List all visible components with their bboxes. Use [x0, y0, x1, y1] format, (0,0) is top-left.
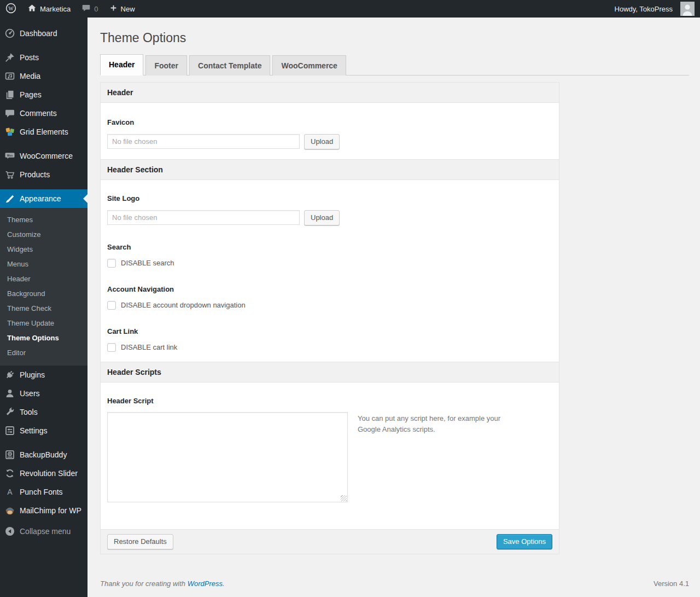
disable-cart-link-checkbox-label: DISABLE cart link	[121, 343, 177, 351]
page-title: Theme Options	[100, 30, 689, 47]
sidebar-item-label: Posts	[20, 53, 39, 62]
disable-account-nav-checkbox[interactable]	[107, 301, 116, 310]
sidebar-item-comments[interactable]: Comments	[0, 104, 88, 123]
home-icon	[27, 3, 37, 14]
section-header-scripts: Header Scripts	[101, 362, 559, 382]
letter-a-icon: A	[0, 486, 20, 497]
sidebar-item-posts[interactable]: Posts	[0, 48, 88, 67]
svg-text:A: A	[7, 488, 13, 496]
sidebar-item-backupbuddy[interactable]: BackupBuddy	[0, 445, 88, 464]
favicon-upload-button[interactable]: Upload	[304, 134, 340, 149]
sidebar-item-users[interactable]: Users	[0, 384, 88, 403]
submenu-item-themes[interactable]: Themes	[0, 212, 88, 227]
theme-options-panel: Header Favicon Upload Header Section Sit…	[100, 82, 559, 554]
admin-menu: Dashboard Posts Media Pages Comments Gri…	[0, 18, 88, 597]
svg-text:W: W	[8, 5, 14, 11]
section-header: Header	[101, 83, 559, 103]
wordpress-link[interactable]: WordPress	[188, 579, 223, 588]
plus-icon	[109, 4, 118, 14]
submenu-item-widgets[interactable]: Widgets	[0, 242, 88, 257]
new-content-menu[interactable]: New	[104, 0, 141, 18]
header-script-textarea[interactable]	[107, 412, 348, 502]
site-logo-upload-button[interactable]: Upload	[304, 210, 340, 225]
site-logo-label: Site Logo	[107, 194, 552, 202]
save-options-button[interactable]: Save Options	[497, 534, 552, 549]
restore-defaults-button[interactable]: Restore Defaults	[107, 534, 173, 549]
revolution-slider-icon	[0, 468, 20, 479]
site-logo-file-input[interactable]	[107, 210, 300, 225]
header-script-help-text: You can put any script here, for example…	[358, 412, 525, 502]
sidebar-item-appearance[interactable]: Appearance	[0, 189, 88, 208]
sidebar-item-dashboard[interactable]: Dashboard	[0, 24, 88, 43]
user-icon	[0, 388, 20, 399]
sidebar-item-media[interactable]: Media	[0, 67, 88, 85]
page-footer: Thank you for creating with WordPress. V…	[100, 579, 689, 588]
sidebar-item-woocommerce[interactable]: Woo WooCommerce	[0, 147, 88, 165]
comments-menu[interactable]: 0	[76, 0, 103, 18]
posts-pin-icon	[0, 52, 20, 63]
sidebar-item-punch-fonts[interactable]: A Punch Fonts	[0, 483, 88, 501]
submenu-item-theme-update[interactable]: Theme Update	[0, 316, 88, 331]
comment-bubble-icon	[81, 3, 91, 14]
collapse-menu-button[interactable]: Collapse menu	[0, 522, 88, 541]
submenu-item-header[interactable]: Header	[0, 271, 88, 286]
sidebar-item-revolution-slider[interactable]: Revolution Slider	[0, 464, 88, 483]
submenu-item-menus[interactable]: Menus	[0, 257, 88, 271]
sidebar-item-label: Plugins	[20, 370, 45, 379]
woocommerce-icon: Woo	[0, 150, 20, 161]
footer-thanks-text: Thank you for creating with WordPress.	[100, 579, 225, 588]
sidebar-item-label: Collapse menu	[20, 527, 71, 536]
section-header-section: Header Section	[101, 159, 559, 180]
tab-footer[interactable]: Footer	[145, 55, 187, 76]
sidebar-item-label: Revolution Slider	[20, 469, 78, 478]
disable-account-nav-checkbox-label: DISABLE account dropdown navigation	[121, 301, 246, 309]
submenu-item-background[interactable]: Background	[0, 286, 88, 301]
plugins-icon	[0, 369, 20, 380]
submenu-item-theme-check[interactable]: Theme Check	[0, 301, 88, 316]
sidebar-item-label: Appearance	[20, 194, 61, 203]
disable-cart-link-checkbox[interactable]	[107, 343, 116, 352]
site-name-label: Marketica	[40, 5, 71, 13]
tab-header[interactable]: Header	[100, 54, 143, 76]
sidebar-item-products[interactable]: Products	[0, 165, 88, 184]
sidebar-item-label: Media	[20, 72, 40, 80]
sidebar-item-label: Settings	[20, 426, 48, 435]
disable-search-checkbox-label: DISABLE search	[121, 259, 174, 267]
tab-woocommerce[interactable]: WooCommerce	[272, 55, 346, 76]
sidebar-item-label: MailChimp for WP	[20, 506, 81, 515]
favicon-label: Favicon	[107, 118, 552, 126]
sidebar-item-pages[interactable]: Pages	[0, 85, 88, 104]
wrench-icon	[0, 407, 20, 418]
disable-search-checkbox[interactable]	[107, 259, 116, 268]
tab-contact-template[interactable]: Contact Template	[189, 55, 270, 76]
dashboard-icon	[0, 28, 20, 39]
sidebar-item-label: Dashboard	[20, 29, 57, 38]
sidebar-item-tools[interactable]: Tools	[0, 403, 88, 421]
sidebar-item-mailchimp[interactable]: MailChimp for WP	[0, 501, 88, 520]
site-name-menu[interactable]: Marketica	[22, 0, 76, 18]
mailchimp-monkey-icon	[0, 505, 20, 516]
menu-separator	[0, 184, 88, 189]
sidebar-item-label: WooCommerce	[20, 152, 73, 160]
submenu-item-editor[interactable]: Editor	[0, 345, 88, 360]
backupbuddy-icon	[0, 449, 20, 460]
wordpress-logo-icon: W	[5, 3, 16, 15]
account-navigation-label: Account Navigation	[107, 285, 552, 293]
submenu-item-theme-options[interactable]: Theme Options	[0, 331, 88, 345]
sidebar-item-grid-elements[interactable]: Grid Elements	[0, 123, 88, 141]
settings-sliders-icon	[0, 425, 20, 436]
cart-link-label: Cart Link	[107, 327, 552, 335]
sidebar-item-label: Comments	[20, 109, 57, 118]
sidebar-item-plugins[interactable]: Plugins	[0, 366, 88, 384]
comments-icon	[0, 108, 20, 119]
sidebar-item-label: Punch Fonts	[20, 488, 63, 496]
my-account-menu[interactable]: Howdy, TokoPress	[609, 0, 700, 18]
wp-logo-menu[interactable]: W	[0, 0, 22, 18]
menu-separator	[0, 440, 88, 445]
sidebar-item-label: Users	[20, 389, 40, 398]
sidebar-item-settings[interactable]: Settings	[0, 421, 88, 440]
sidebar-item-label: BackupBuddy	[20, 450, 67, 459]
favicon-file-input[interactable]	[107, 134, 300, 149]
submenu-item-customize[interactable]: Customize	[0, 227, 88, 242]
sidebar-item-label: Tools	[20, 408, 38, 416]
